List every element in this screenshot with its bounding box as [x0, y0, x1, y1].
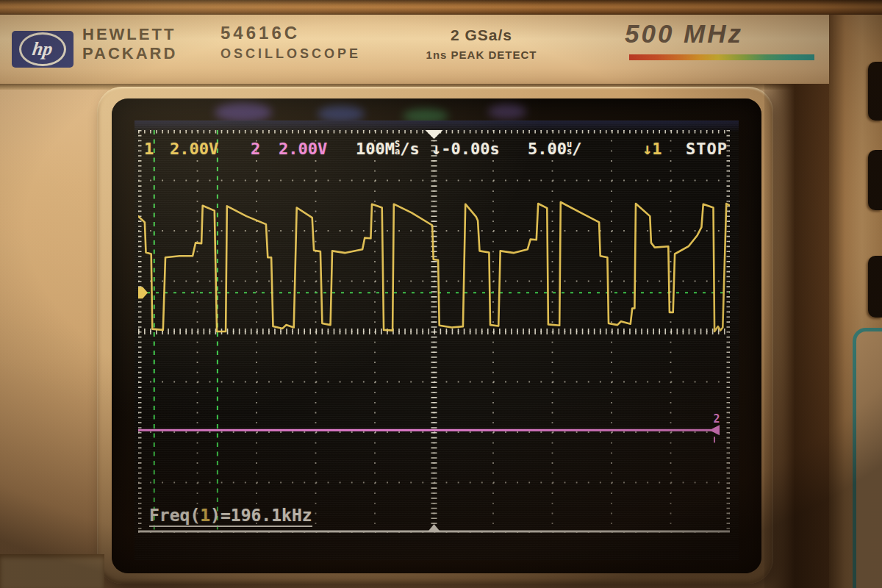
bandwidth-block: 500 MHz: [625, 19, 743, 49]
trigger-indicator: ↓1: [642, 140, 662, 158]
brand-name: HEWLETT PACKARD: [82, 25, 177, 63]
freq-prefix: Freq(: [149, 506, 200, 525]
delay-value: -0.00s: [441, 140, 499, 158]
panel-lower-left: [0, 554, 104, 588]
delay-marker-icon: ↓: [431, 140, 441, 158]
oscilloscope-photo: hp HEWLETT PACKARD 54616C OSCILLOSCOPE 2…: [0, 0, 882, 588]
bandwidth-label: 500 MHz: [625, 19, 743, 49]
sample-rate-unit-bottom: a: [395, 148, 400, 155]
model-block: 54616C OSCILLOSCOPE: [220, 23, 361, 62]
brand-name-line2: PACKARD: [82, 44, 177, 63]
brand-name-line1: HEWLETT: [82, 25, 177, 44]
trigger-source: 1: [652, 140, 662, 158]
ch2-volts-per-div: 2.00V: [279, 140, 327, 158]
timebase-unit-stack: us: [567, 140, 572, 155]
softkey-button[interactable]: [868, 150, 882, 210]
sample-rate-label: 2 GSa/s: [397, 26, 566, 44]
glass-reflection: [215, 103, 272, 122]
ch1-number: 1: [144, 140, 154, 158]
brand-strip: hp HEWLETT PACKARD 54616C OSCILLOSCOPE 2…: [0, 15, 882, 86]
delay-readout: ↓-0.00s: [431, 140, 500, 158]
hp-logo: hp: [12, 31, 74, 68]
glass-reflection: [488, 104, 526, 119]
hp-logo-text: hp: [31, 40, 54, 59]
ch2-number: 2: [251, 140, 260, 158]
softkey-button[interactable]: [868, 62, 882, 121]
svg-text:2: 2: [713, 412, 720, 426]
bezel-side-shadow: [764, 84, 832, 588]
model-number: 54616C: [220, 23, 361, 43]
frequency-measurement: Freq(1)=196.1kHz: [149, 506, 312, 527]
chassis-top-edge: [0, 0, 882, 16]
oscilloscope-screen: 2 1 2.00V 2 2.00V 100MSa/s ↓-0.00s 5.00u…: [135, 121, 739, 560]
hp-logo-ellipse: hp: [19, 32, 66, 66]
trigger-edge-icon: ↓: [642, 140, 652, 158]
glass-reflection: [318, 106, 365, 122]
timebase-main: 5.00: [528, 140, 567, 158]
graticule-and-traces: 2: [138, 130, 730, 533]
model-type: OSCILLOSCOPE: [220, 46, 361, 62]
sample-rate-unit-stack: Sa: [395, 140, 400, 155]
timebase-tail: /: [572, 140, 581, 158]
timebase-readout: 5.00us/: [528, 140, 581, 158]
timebase-unit-bottom: s: [567, 148, 572, 155]
ch1-volts-per-div: 2.00V: [170, 140, 218, 158]
sample-rate-tail: /s: [400, 140, 420, 158]
freq-channel: 1: [200, 506, 210, 525]
softkey-group-outline: [853, 328, 882, 588]
sample-rate-main: 100M: [356, 140, 395, 158]
freq-value: )=196.1kHz: [210, 506, 312, 525]
peak-detect-label: 1ns PEAK DETECT: [397, 49, 566, 61]
sample-rate-readout: 100MSa/s: [356, 140, 420, 158]
run-state: STOP: [686, 140, 728, 158]
rainbow-stripe: [629, 54, 814, 60]
softkey-button[interactable]: [868, 256, 882, 318]
sample-rate-block: 2 GSa/s 1ns PEAK DETECT: [397, 26, 566, 61]
